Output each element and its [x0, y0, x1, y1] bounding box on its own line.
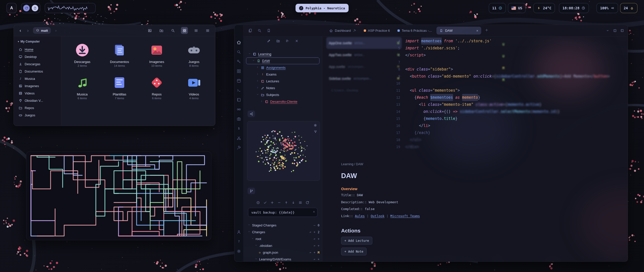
scm-row-staged-changes[interactable]: Staged Changes—0	[247, 222, 319, 229]
pill-keyboard[interactable]: US	[508, 3, 526, 13]
pencil-icon[interactable]	[267, 39, 271, 43]
scissors-icon[interactable]	[236, 136, 241, 142]
folder-plantillas[interactable]: Plantillas7 items	[101, 75, 138, 100]
sidebar-item-home[interactable]: Home	[16, 46, 59, 53]
now-playing-widget[interactable]: ♪ Polyphia - Neurotica	[296, 4, 349, 12]
scm-row-learning-daw-exams[interactable]: Learning/DAW/Exams↶+	[247, 256, 319, 262]
folder-descargas[interactable]: Descargas2 items	[64, 42, 101, 67]
circledot-icon[interactable]	[256, 201, 260, 205]
row-action-icon[interactable]: +	[318, 244, 319, 248]
tree-item-desarrollo-cliente[interactable]: Desarrollo-Cliente	[246, 98, 319, 105]
scm-row-changes[interactable]: Changes↶+2	[247, 229, 319, 235]
tree-item-learning[interactable]: Learning	[246, 51, 319, 57]
search-icon[interactable]	[169, 27, 176, 34]
scm-row-graph-json[interactable]: {}graph.json↶+M	[247, 249, 319, 256]
tab-daw[interactable]: DAW×	[436, 27, 481, 35]
sidebar-item-juegos[interactable]: Juegos	[16, 112, 59, 119]
row-action-icon[interactable]: ↶	[314, 244, 315, 248]
folder-imagenes[interactable]: Imagenes10 items	[138, 42, 175, 67]
clear-message-icon[interactable]	[312, 210, 315, 214]
question-icon[interactable]: ?	[236, 239, 241, 245]
sidebar-item-videos[interactable]: Videos	[16, 90, 59, 97]
terminal-icon[interactable]	[236, 88, 241, 94]
sidebar-item-obsidian-v-[interactable]: Obsidian V...	[16, 97, 59, 104]
graph-settings-icon[interactable]	[313, 123, 317, 128]
tree-item-assignments[interactable]: Assignments	[246, 64, 319, 71]
workspace-active-icon[interactable]	[23, 5, 30, 11]
action-button[interactable]: + Add Note	[341, 248, 367, 255]
refresh-icon[interactable]	[306, 201, 309, 205]
sidebar-header[interactable]: ▾My Computer	[16, 39, 59, 46]
grid-view-icon[interactable]	[181, 27, 188, 34]
graph-filter-icon[interactable]	[314, 130, 317, 134]
pill-updates[interactable]: 11	[489, 3, 506, 13]
pill-weather[interactable]: 24°C	[533, 3, 555, 13]
breadcrumb[interactable]: matt	[33, 27, 51, 34]
preview-link[interactable]: Microsoft Teams	[390, 214, 420, 218]
file-manager-header[interactable]: ‹ › matt ›	[14, 25, 215, 36]
graph-section-chip[interactable]	[248, 111, 255, 117]
workspace-file-icon[interactable]	[32, 5, 38, 11]
sidebar-item-musica[interactable]: ♪Musica	[16, 75, 59, 82]
tree-item-notes[interactable]: Notes	[246, 85, 319, 91]
key-icon[interactable]	[236, 59, 241, 65]
sidebar-item-imagenes[interactable]: Imagenes	[16, 82, 59, 90]
download-icon[interactable]	[292, 201, 295, 205]
close-icon[interactable]: ×	[476, 29, 478, 33]
bookmark-icon[interactable]	[267, 28, 271, 33]
folder-repos[interactable]: Repos6 items	[138, 75, 175, 100]
scm-row-root[interactable]: root↶+	[247, 235, 319, 242]
search-icon[interactable]	[236, 50, 241, 55]
search-icon[interactable]	[257, 28, 262, 33]
row-action-icon[interactable]: +	[314, 230, 315, 234]
menu-icon[interactable]	[204, 27, 211, 34]
pill-notifications[interactable]: 24	[620, 3, 637, 13]
pill-clock[interactable]: 18:08:28	[559, 3, 589, 13]
row-action-icon[interactable]: ↶	[314, 237, 315, 241]
sidebar-item-repos[interactable]: Repos	[16, 104, 59, 112]
scm-row--obsidian[interactable]: .obsidian↶+	[247, 242, 319, 249]
calendar-icon[interactable]	[236, 78, 241, 84]
workspace-switcher[interactable]	[21, 3, 40, 13]
minus-icon[interactable]	[277, 201, 281, 205]
folderplus-icon[interactable]	[276, 39, 280, 43]
tab-dashboard[interactable]: Dashboard	[326, 27, 359, 35]
new-folder-icon[interactable]	[158, 27, 165, 34]
tab-tema-6-pr-cticas-[interactable]: Tema 6 Prácticas -…	[394, 27, 435, 35]
layout-icon[interactable]	[620, 29, 624, 32]
action-button[interactable]: + Add Lecture	[341, 237, 372, 245]
gallery-icon[interactable]	[146, 27, 153, 34]
scm-section-chip[interactable]	[248, 188, 255, 194]
pill-volume[interactable]: 100%	[596, 3, 618, 13]
preview-link[interactable]: Outlook	[371, 214, 384, 218]
dollar-icon[interactable]: $	[236, 126, 241, 132]
launcher-button[interactable]: A	[7, 3, 17, 13]
person-icon[interactable]	[236, 230, 241, 235]
sidebar-item-documentos[interactable]: Documentos	[16, 68, 59, 75]
back-button[interactable]: ‹	[18, 28, 23, 33]
row-action-icon[interactable]: +	[314, 251, 315, 254]
forward-button[interactable]: ›	[25, 28, 30, 33]
commit-message-input[interactable]	[248, 208, 317, 217]
row-action-icon[interactable]: +	[318, 237, 319, 241]
preview-link[interactable]: Aules	[355, 214, 365, 218]
gear-icon[interactable]	[236, 249, 241, 255]
files-icon[interactable]	[248, 28, 252, 33]
sidebar-item-descargas[interactable]: Descargas	[16, 60, 59, 68]
link-icon[interactable]	[236, 107, 241, 113]
split-editor-icon[interactable]	[613, 29, 617, 32]
pin-icon[interactable]	[236, 145, 241, 151]
row-action-icon[interactable]: +	[318, 258, 319, 261]
sidebar-item-desktop[interactable]: Desktop	[16, 53, 59, 60]
home-icon[interactable]	[236, 40, 241, 46]
folder-juegos[interactable]: Juegos8 items	[175, 42, 213, 67]
list-view-icon[interactable]	[192, 27, 199, 34]
sortlist-icon[interactable]	[286, 39, 289, 43]
new-tab-icon[interactable]	[485, 28, 489, 33]
row-action-icon[interactable]: ↶	[309, 230, 311, 234]
upload-icon[interactable]	[285, 201, 288, 205]
row-action-icon[interactable]: ↶	[314, 258, 315, 261]
close-icon[interactable]	[295, 39, 299, 43]
folder-musica[interactable]: Musica6 items	[64, 75, 101, 100]
check-icon[interactable]	[263, 201, 267, 205]
